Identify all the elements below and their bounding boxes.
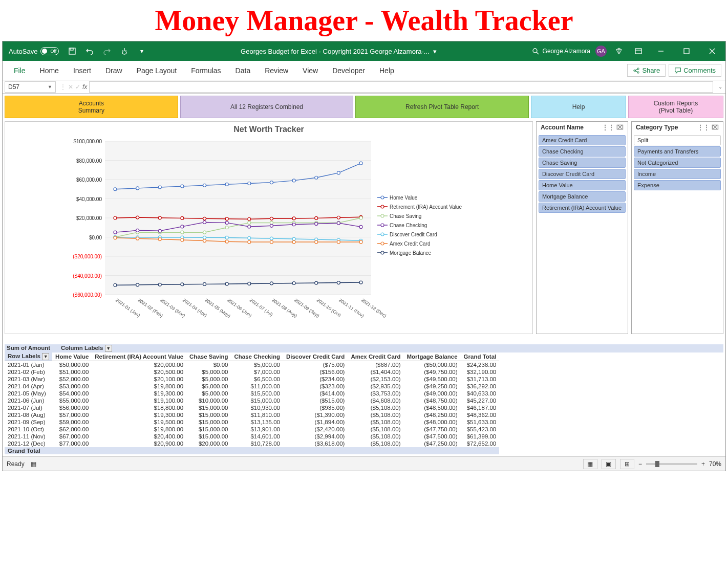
ribbon-tab-page-layout[interactable]: Page Layout <box>130 61 184 80</box>
custom-reports-button[interactable]: Custom Reports(Pivot Table) <box>628 96 723 118</box>
save-icon[interactable] <box>65 44 79 58</box>
ribbon-tab-home[interactable]: Home <box>33 61 66 80</box>
customize-qat-icon[interactable]: ▾ <box>135 44 149 58</box>
user-name[interactable]: George Alzamora <box>543 48 590 55</box>
clear-filter-icon[interactable]: ⌧ <box>616 124 624 131</box>
svg-point-100 <box>292 237 295 240</box>
expand-formula-icon[interactable]: ⌄ <box>715 84 725 90</box>
zoom-out-icon[interactable]: − <box>638 460 642 468</box>
svg-point-114 <box>337 240 340 244</box>
document-title: Georges Budget for Excel - Copyright 202… <box>149 48 528 55</box>
svg-point-80 <box>114 231 117 234</box>
search-icon[interactable] <box>528 44 543 58</box>
ribbon-tab-review[interactable]: Review <box>258 61 295 80</box>
display-options-icon[interactable] <box>631 44 646 58</box>
svg-text:($40,000.00): ($40,000.00) <box>73 273 102 279</box>
all-registers-button[interactable]: All 12 Registers Combined <box>180 96 354 118</box>
svg-point-72 <box>203 231 206 234</box>
multiselect-icon[interactable]: ⋮⋮ <box>697 124 710 131</box>
slicer-item[interactable]: Not Categorized <box>634 158 721 168</box>
slicer-item[interactable]: Mortgage Balance <box>539 191 626 202</box>
formula-input[interactable] <box>89 81 713 93</box>
net-worth-chart[interactable]: Net Worth Tracker $100,000.00$80,000.00$… <box>5 121 533 334</box>
svg-rect-7 <box>684 49 689 54</box>
slicer-item[interactable]: Discover Credit Card <box>539 169 626 179</box>
slicer-item[interactable]: Retirement (IRA) Account Value <box>539 203 626 213</box>
user-avatar[interactable]: GA <box>595 46 607 57</box>
ribbon-tab-draw[interactable]: Draw <box>98 61 130 80</box>
ribbon-tab-developer[interactable]: Developer <box>325 61 372 80</box>
svg-point-122 <box>248 282 251 285</box>
svg-point-73 <box>225 226 228 229</box>
normal-view-icon[interactable]: ▦ <box>583 459 597 469</box>
ribbon-tab-file[interactable]: File <box>7 61 33 80</box>
svg-point-64 <box>292 217 295 220</box>
multiselect-icon[interactable]: ⋮⋮ <box>602 124 614 131</box>
svg-line-3 <box>537 52 539 54</box>
svg-text:Retirement (IRA) Account Value: Retirement (IRA) Account Value <box>390 204 462 210</box>
ribbon-tab-formulas[interactable]: Formulas <box>184 61 228 80</box>
cancel-icon[interactable]: ✕ <box>68 83 73 91</box>
slicer-item[interactable]: Amex Credit Card <box>539 135 626 145</box>
refresh-pivot-button[interactable]: Refresh Pivot Table Report <box>355 96 529 118</box>
undo-icon[interactable] <box>82 44 97 58</box>
comments-label: Comments <box>683 67 716 74</box>
svg-text:$0.00: $0.00 <box>89 235 102 240</box>
comments-button[interactable]: Comments <box>669 64 721 77</box>
account-name-slicer[interactable]: Account Name ⋮⋮ ⌧ Amex Credit CardChase … <box>536 121 628 334</box>
share-button[interactable]: Share <box>627 64 666 77</box>
svg-point-144 <box>381 242 384 245</box>
zoom-level[interactable]: 70% <box>709 460 721 468</box>
diamond-icon[interactable] <box>612 44 626 58</box>
svg-point-55 <box>359 162 362 165</box>
accounts-summary-button[interactable]: AccountsSummary <box>5 96 178 118</box>
ribbon-tab-view[interactable]: View <box>295 61 325 80</box>
slicer-item[interactable]: Payments and Transfers <box>634 146 721 157</box>
help-button[interactable]: Help <box>531 96 626 118</box>
ribbon-tab-insert[interactable]: Insert <box>66 61 98 80</box>
slicer-item[interactable]: Expense <box>634 180 721 190</box>
slicer-item[interactable]: Home Value <box>539 180 626 190</box>
touch-icon[interactable] <box>117 44 132 58</box>
svg-point-117 <box>136 283 139 286</box>
slicer-item[interactable]: Income <box>634 169 721 179</box>
zoom-in-icon[interactable]: + <box>701 460 705 468</box>
svg-point-81 <box>136 229 139 232</box>
svg-point-104 <box>114 236 117 239</box>
enter-icon[interactable]: ✓ <box>75 83 80 91</box>
dropdown-icon[interactable]: ▼ <box>105 345 112 352</box>
page-break-view-icon[interactable]: ⊞ <box>620 459 634 469</box>
ribbon-tab-data[interactable]: Data <box>228 61 258 80</box>
autosave-toggle[interactable]: AutoSave Off <box>6 47 62 55</box>
slicer-item[interactable]: Split <box>634 135 721 145</box>
slicer-item[interactable]: Chase Saving <box>539 158 626 168</box>
redo-icon[interactable] <box>100 44 114 58</box>
svg-point-125 <box>315 281 318 284</box>
maximize-button[interactable] <box>676 44 697 58</box>
autosave-switch[interactable]: Off <box>40 47 59 55</box>
zoom-slider[interactable] <box>646 463 697 465</box>
svg-point-48 <box>203 184 206 187</box>
svg-point-59 <box>181 216 184 219</box>
page-layout-view-icon[interactable]: ▣ <box>602 459 616 469</box>
ribbon-tabs: FileHomeInsertDrawPage LayoutFormulasDat… <box>3 61 725 80</box>
svg-point-89 <box>315 222 318 225</box>
close-button[interactable] <box>702 44 722 58</box>
name-box[interactable]: D57▼ <box>5 81 56 93</box>
svg-text:Chase Checking: Chase Checking <box>390 223 427 228</box>
fx-icon[interactable]: fx <box>82 83 87 91</box>
macro-record-icon[interactable]: ▦ <box>31 460 36 468</box>
slicer-title: Account Name <box>541 124 584 131</box>
svg-point-58 <box>158 216 161 219</box>
minimize-button[interactable] <box>651 44 671 58</box>
clear-filter-icon[interactable]: ⌧ <box>712 124 719 131</box>
slicer-item[interactable]: Chase Checking <box>539 146 626 157</box>
svg-point-61 <box>225 217 228 221</box>
pivot-table[interactable]: Sum of Amount Column Labels ▼ Row Labels… <box>5 344 723 454</box>
ribbon-tab-help[interactable]: Help <box>372 61 401 80</box>
svg-point-97 <box>225 236 228 239</box>
svg-point-115 <box>359 240 362 244</box>
share-label: Share <box>642 67 660 74</box>
category-type-slicer[interactable]: Category Type ⋮⋮ ⌧ SplitPayments and Tra… <box>631 121 723 334</box>
svg-point-106 <box>158 238 161 241</box>
